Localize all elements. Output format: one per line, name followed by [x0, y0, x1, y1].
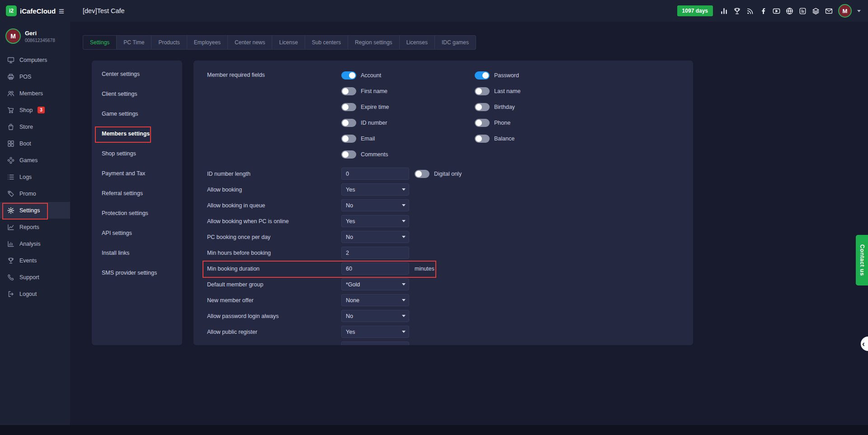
tab-center-news[interactable]: Center news — [227, 35, 272, 50]
digital-only-toggle[interactable] — [415, 170, 429, 178]
allow-booking-in-queue-select-el[interactable]: No — [341, 199, 409, 211]
required-field-birthday-toggle[interactable] — [475, 103, 490, 111]
submenu-item-referral-settings[interactable]: Referral settings — [92, 183, 182, 203]
required-field-first-name-toggle[interactable] — [341, 87, 356, 95]
sidebar-item-settings[interactable]: Settings — [0, 202, 70, 219]
submenu-item-protection-settings[interactable]: Protection settings — [92, 203, 182, 223]
contact-us-button[interactable]: Contact us — [856, 235, 868, 285]
chevron-down-icon[interactable] — [857, 10, 861, 12]
submenu-item-game-settings[interactable]: Game settings — [92, 104, 182, 124]
required-field-last-name-toggle[interactable] — [475, 87, 490, 95]
required-field-phone: Phone — [475, 118, 520, 128]
required-field-expire-time-toggle[interactable] — [341, 103, 356, 111]
globe-icon[interactable] — [786, 7, 793, 15]
submenu-item-api-settings[interactable]: API settings — [92, 223, 182, 243]
sidebar-item-label: Analysis — [19, 241, 41, 247]
item-select-el[interactable]: Yes — [341, 341, 409, 345]
required-field-account-toggle[interactable] — [341, 71, 356, 80]
default-member-group-select-el[interactable]: *Gold — [341, 278, 409, 290]
allow-booking-in-queue-select[interactable]: No — [341, 199, 409, 211]
sidebar-item-label: Promo — [19, 191, 36, 197]
store-icon — [7, 123, 14, 131]
field-control: No — [341, 199, 409, 211]
sidebar-item-events[interactable]: Events — [0, 252, 70, 269]
analytics-icon[interactable] — [720, 7, 728, 15]
id-number-length-input[interactable] — [341, 168, 409, 180]
submenu-item-shop-settings[interactable]: Shop settings — [92, 144, 182, 164]
allow-public-register-select-el[interactable]: Yes — [341, 326, 409, 338]
submenu-item-client-settings[interactable]: Client settings — [92, 84, 182, 104]
toggle-label: Balance — [494, 136, 514, 142]
trophy-icon[interactable] — [733, 7, 741, 15]
tab-employees[interactable]: Employees — [187, 35, 228, 50]
allow-booking-when-pc-is-online-select[interactable]: Yes — [341, 215, 409, 227]
toggle-label: ID number — [361, 120, 387, 126]
settings-submenu-panel: Center settingsClient settingsGame setti… — [92, 61, 182, 345]
tab-settings[interactable]: Settings — [83, 35, 117, 50]
form-row-allow-password-login-always: Allow password login alwaysNo — [207, 308, 679, 324]
menu-toggle-icon[interactable]: ≡ — [59, 6, 64, 16]
required-field-id-number-toggle[interactable] — [341, 119, 356, 127]
sidebar-item-shop[interactable]: Shop3 — [0, 102, 70, 118]
new-member-offer-select[interactable]: None — [341, 294, 409, 306]
allow-public-register-select[interactable]: Yes — [341, 326, 409, 338]
icafe-pad-icon[interactable] — [799, 7, 807, 15]
mail-icon[interactable] — [825, 7, 833, 15]
sidebar-item-promo[interactable]: Promo — [0, 185, 70, 202]
rss-icon[interactable] — [746, 7, 754, 15]
required-field-comments-toggle[interactable] — [341, 150, 356, 159]
new-member-offer-select-el[interactable]: None — [341, 294, 409, 306]
min-hours-before-booking-input[interactable] — [341, 247, 409, 259]
avatar[interactable]: M — [838, 4, 852, 18]
members-settings-form-panel: Member required fields AccountPasswordFi… — [193, 61, 693, 345]
required-field-birthday: Birthday — [475, 102, 520, 112]
allow-password-login-always-select-el[interactable]: No — [341, 310, 409, 322]
tab-licenses[interactable]: Licenses — [399, 35, 435, 50]
tab-sub-centers[interactable]: Sub centers — [305, 35, 348, 50]
sidebar-item-analysis[interactable]: Analysis — [0, 235, 70, 252]
allow-booking-when-pc-is-online-select-el[interactable]: Yes — [341, 215, 409, 227]
allow-booking-select[interactable]: Yes — [341, 183, 409, 196]
sidebar-item-boot[interactable]: Boot — [0, 135, 70, 152]
field-label: Allow booking in queue — [207, 202, 341, 209]
tab-license[interactable]: License — [272, 35, 305, 50]
allow-password-login-always-select[interactable]: No — [341, 310, 409, 322]
pc-booking-once-per-day-select[interactable]: No — [341, 231, 409, 243]
sidebar-item-games[interactable]: Games — [0, 152, 70, 168]
required-field-email-toggle[interactable] — [341, 135, 356, 143]
item-select[interactable]: Yes — [341, 341, 409, 345]
brand-logo[interactable]: i2 iCafeCloud — [6, 5, 56, 16]
layers-icon[interactable] — [812, 7, 820, 15]
sidebar-item-reports[interactable]: Reports — [0, 219, 70, 235]
sidebar-user[interactable]: M Geri 008612345678 — [0, 22, 70, 51]
submenu-item-install-links[interactable]: Install links — [92, 243, 182, 263]
tab-idc-games[interactable]: IDC games — [434, 35, 476, 50]
submenu-item-payment-and-tax[interactable]: Payment and Tax — [92, 164, 182, 183]
tab-region-settings[interactable]: Region settings — [348, 35, 400, 50]
allow-booking-select-el[interactable]: Yes — [341, 183, 409, 196]
toggle-label: Expire time — [361, 104, 389, 110]
tab-pc-time[interactable]: PC Time — [116, 35, 151, 50]
user-info: Geri 008612345678 — [25, 30, 55, 43]
sidebar-item-support[interactable]: Support — [0, 269, 70, 285]
days-badge[interactable]: 1097 days — [677, 5, 713, 16]
submenu-item-members-settings[interactable]: Members settings — [92, 124, 182, 144]
youtube-icon[interactable] — [773, 7, 780, 15]
sidebar-item-logout[interactable]: Logout — [0, 285, 70, 302]
sidebar-item-members[interactable]: Members — [0, 85, 70, 102]
sidebar-item-logs[interactable]: Logs — [0, 168, 70, 185]
tab-products[interactable]: Products — [151, 35, 187, 50]
sidebar-item-store[interactable]: Store — [0, 118, 70, 135]
required-field-phone-toggle[interactable] — [475, 119, 490, 127]
pc-booking-once-per-day-select-el[interactable]: No — [341, 231, 409, 243]
required-field-password-toggle[interactable] — [475, 71, 490, 80]
submenu-item-sms-provider-settings[interactable]: SMS provider settings — [92, 263, 182, 283]
default-member-group-select[interactable]: *Gold — [341, 278, 409, 290]
required-field-balance-toggle[interactable] — [475, 135, 490, 143]
submenu-item-center-settings[interactable]: Center settings — [92, 64, 182, 84]
required-field-id-number: ID number — [341, 118, 475, 128]
min-booking-duration-input[interactable] — [341, 262, 409, 275]
sidebar-item-computers[interactable]: Computers — [0, 51, 70, 68]
sidebar-item-pos[interactable]: POS — [0, 68, 70, 85]
facebook-icon[interactable] — [760, 7, 767, 15]
